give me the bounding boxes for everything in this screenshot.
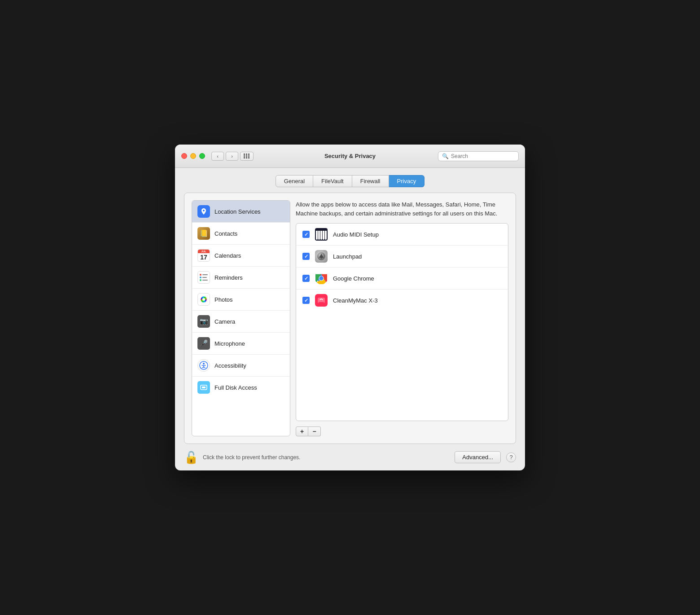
sidebar: Location Services 📒 Contacts JUL 17 Cale…: [192, 200, 290, 436]
chrome-checkbox[interactable]: ✓: [302, 275, 310, 282]
accessibility-icon: [197, 359, 210, 372]
advanced-button[interactable]: Advanced...: [455, 451, 501, 463]
photos-icon: [197, 293, 210, 306]
midi-checkbox[interactable]: ✓: [302, 231, 310, 238]
sidebar-item-contacts[interactable]: 📒 Contacts: [192, 223, 290, 245]
launchpad-checkbox[interactable]: ✓: [302, 253, 310, 260]
search-box[interactable]: 🔍: [438, 151, 519, 161]
add-remove-bar: + −: [296, 426, 508, 436]
chrome-app-name: Google Chrome: [333, 275, 374, 282]
apps-list: ✓ Audio MIDI Setup: [296, 223, 508, 421]
sidebar-label-calendars: Calendars: [214, 252, 241, 259]
list-item: ✓: [296, 246, 508, 268]
tab-privacy[interactable]: Privacy: [389, 175, 425, 187]
svg-point-11: [203, 363, 205, 365]
sidebar-label-accessibility: Accessibility: [214, 362, 246, 369]
main-area: Location Services 📒 Contacts JUL 17 Cale…: [192, 200, 508, 436]
grid-button[interactable]: [240, 152, 254, 161]
lock-text: Click the lock to prevent further change…: [203, 454, 300, 461]
tab-general[interactable]: General: [276, 175, 313, 187]
sidebar-item-microphone[interactable]: 🎤 Microphone: [192, 333, 290, 355]
list-item: ✓ Audio MIDI Setup: [296, 224, 508, 246]
sidebar-label-location: Location Services: [214, 208, 261, 215]
fulldisk-icon: [197, 381, 210, 394]
search-input[interactable]: [451, 153, 515, 159]
remove-button[interactable]: −: [308, 426, 321, 436]
titlebar: ‹ › Security & Privacy 🔍: [175, 145, 525, 168]
maximize-button[interactable]: [199, 153, 205, 159]
grid-icon: [244, 154, 250, 158]
minimize-button[interactable]: [190, 153, 196, 159]
search-icon: 🔍: [442, 153, 449, 159]
sidebar-item-fulldisk[interactable]: Full Disk Access: [192, 377, 290, 398]
help-button[interactable]: ?: [506, 452, 516, 462]
sidebar-label-reminders: Reminders: [214, 274, 243, 281]
add-button[interactable]: +: [296, 426, 308, 436]
location-icon: [197, 205, 210, 218]
sidebar-label-microphone: Microphone: [214, 340, 245, 347]
sidebar-label-contacts: Contacts: [214, 230, 237, 237]
nav-buttons: ‹ ›: [211, 152, 238, 161]
cleanmymac-app-icon: [315, 294, 328, 307]
sidebar-item-location[interactable]: Location Services: [192, 201, 290, 223]
microphone-icon: 🎤: [197, 337, 210, 350]
launchpad-app-icon: [315, 250, 328, 263]
sidebar-label-fulldisk: Full Disk Access: [214, 384, 257, 391]
svg-point-9: [202, 298, 205, 301]
sidebar-label-camera: Camera: [214, 318, 235, 325]
back-button[interactable]: ‹: [211, 152, 224, 161]
lock-area: 🔓 Click the lock to prevent further chan…: [184, 452, 449, 463]
list-item: ✓ CleanMyMac X-3: [296, 290, 508, 311]
sidebar-item-reminders[interactable]: Reminders: [192, 267, 290, 289]
sidebar-item-accessibility[interactable]: Accessibility: [192, 355, 290, 377]
lock-icon[interactable]: 🔓: [184, 452, 198, 463]
svg-point-19: [319, 276, 323, 280]
cleanmymac-app-name: CleanMyMac X-3: [333, 297, 378, 304]
chrome-app-icon: [315, 272, 328, 285]
calendars-icon: JUL 17: [197, 249, 210, 262]
svg-rect-21: [319, 302, 324, 303]
sidebar-item-photos[interactable]: Photos: [192, 289, 290, 311]
reminders-icon: [197, 271, 210, 284]
contacts-icon: 📒: [197, 227, 210, 240]
sidebar-label-photos: Photos: [214, 296, 232, 303]
description-text: Allow the apps below to access data like…: [296, 200, 508, 218]
close-button[interactable]: [181, 153, 187, 159]
tab-filevault[interactable]: FileVault: [313, 175, 352, 187]
sidebar-item-camera[interactable]: 📷 Camera: [192, 311, 290, 333]
svg-point-15: [321, 258, 322, 259]
midi-app-icon: [315, 228, 328, 241]
svg-rect-13: [202, 387, 206, 388]
window-title: Security & Privacy: [324, 153, 376, 159]
forward-button[interactable]: ›: [226, 152, 238, 161]
main-window: ‹ › Security & Privacy 🔍 General FileVau…: [175, 145, 525, 470]
camera-icon: 📷: [197, 315, 210, 328]
sidebar-item-calendars[interactable]: JUL 17 Calendars: [192, 245, 290, 267]
traffic-lights: [181, 153, 205, 159]
cleanmymac-checkbox[interactable]: ✓: [302, 297, 310, 304]
right-panel: Allow the apps below to access data like…: [296, 200, 508, 436]
midi-app-name: Audio MIDI Setup: [333, 231, 379, 238]
bottom-bar: 🔓 Click the lock to prevent further chan…: [184, 451, 516, 463]
tabs-area: General FileVault Firewall Privacy: [175, 168, 525, 193]
tab-firewall[interactable]: Firewall: [352, 175, 389, 187]
content-area: Location Services 📒 Contacts JUL 17 Cale…: [184, 193, 516, 444]
list-item: ✓: [296, 268, 508, 290]
launchpad-app-name: Launchpad: [333, 253, 362, 260]
